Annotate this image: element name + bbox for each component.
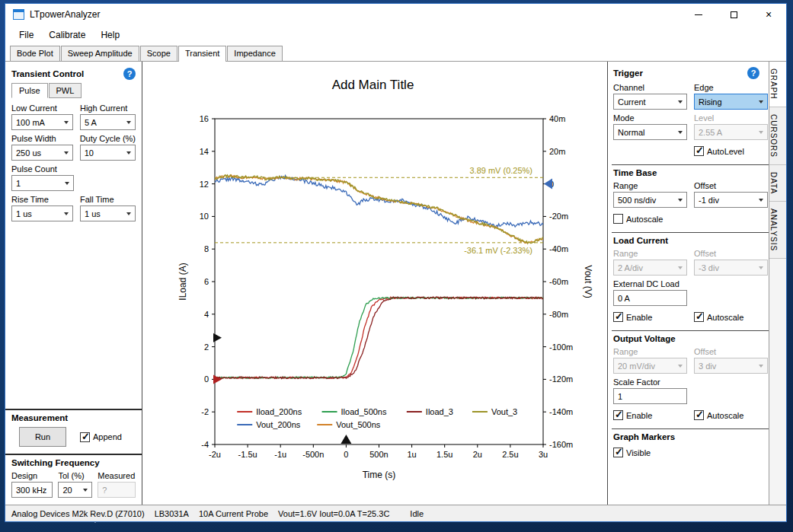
tab-bode-plot[interactable]: Bode Plot: [10, 46, 60, 61]
maximize-button[interactable]: [716, 4, 751, 25]
rise-time-select[interactable]: 1 us: [11, 205, 73, 221]
trigger-level-select: 2.55 A: [694, 124, 768, 140]
legend-label-Vout_500ns: Vout_500ns: [336, 420, 381, 429]
svg-text:-500n: -500n: [302, 450, 324, 459]
side-tab-graph[interactable]: GRAPH: [769, 62, 786, 107]
combo-value: 500 ns/div: [618, 196, 676, 205]
output-voltage-range-select: 20 mV/div: [613, 358, 687, 374]
output-voltage-autoscale-checkbox[interactable]: Autoscale: [694, 410, 743, 420]
checkbox-box: [694, 312, 704, 322]
svg-text:-2: -2: [201, 407, 209, 416]
svg-text:2: 2: [204, 342, 209, 352]
chevron-down-icon: [678, 365, 683, 368]
side-tab-data[interactable]: DATA: [769, 165, 786, 202]
svg-text:500n: 500n: [369, 450, 388, 459]
chevron-down-icon: [678, 100, 683, 104]
svg-text:16: 16: [200, 114, 209, 123]
visible-label: Visible: [626, 448, 651, 457]
trigger-channel-select[interactable]: Current: [613, 94, 687, 110]
combo-value: 20: [62, 486, 81, 495]
time-base-title: Time Base: [613, 168, 657, 177]
status-readings: Vout=1.6V Iout=0.0A T=25.3C: [278, 509, 389, 518]
combo-value: 250 us: [16, 148, 62, 158]
design-label: Design: [11, 471, 53, 480]
high-current-select[interactable]: 5 A: [80, 114, 136, 130]
autoscale-label: Autoscale: [707, 411, 743, 420]
load-current-autoscale-checkbox[interactable]: Autoscale: [694, 312, 743, 322]
side-tab-cursors[interactable]: CURSORS: [769, 107, 786, 165]
series-Iload_200ns: [215, 297, 543, 378]
time-base-autoscale-checkbox[interactable]: Autoscale: [613, 214, 663, 224]
trigger-mode-select[interactable]: Normal: [613, 124, 687, 140]
checkbox-box: [613, 214, 623, 224]
minimize-button[interactable]: [681, 4, 716, 25]
svg-text:-36.1 mV (-2.33%): -36.1 mV (-2.33%): [464, 246, 532, 255]
pulse-count-select[interactable]: 1: [11, 175, 74, 191]
help-icon[interactable]: ?: [123, 68, 136, 80]
scale-factor-input[interactable]: 1: [613, 388, 687, 404]
markers-visible-checkbox[interactable]: Visible: [613, 448, 651, 457]
svg-text:-100m: -100m: [549, 342, 573, 352]
chevron-down-icon: [126, 151, 131, 155]
help-icon[interactable]: ?: [747, 67, 759, 79]
external-dc-load-input[interactable]: 0 A: [613, 290, 687, 306]
svg-text:-120m: -120m: [549, 374, 573, 384]
svg-text:1.5u: 1.5u: [436, 450, 452, 459]
svg-text:1u: 1u: [407, 450, 416, 459]
chevron-down-icon: [65, 182, 69, 185]
checkbox-box: [80, 432, 90, 442]
waveform-chart[interactable]: Add Main Title-2u-1.5u-1u-500n0500n1u1.5…: [142, 62, 607, 505]
svg-text:4: 4: [204, 310, 209, 319]
offset-label: Offset: [694, 249, 768, 258]
combo-value: 20 mV/div: [618, 362, 676, 371]
svg-text:0: 0: [204, 374, 209, 384]
time-base-range-select[interactable]: 500 ns/div: [613, 192, 687, 208]
legend-label-Vout_200ns: Vout_200ns: [256, 420, 301, 429]
combo-value: -1 div: [699, 196, 756, 205]
tab-sweep-amplitude[interactable]: Sweep Amplitude: [61, 46, 139, 61]
close-icon: ×: [766, 9, 772, 20]
transient-control-panel: Transient Control ? Pulse PWL Low Curren…: [5, 62, 142, 505]
time-base-offset-select[interactable]: -1 div: [694, 192, 768, 208]
close-button[interactable]: ×: [751, 4, 786, 25]
svg-text:2u: 2u: [473, 450, 482, 459]
svg-text:6: 6: [204, 277, 209, 286]
checkbox-box: [613, 312, 623, 322]
autolevel-checkbox[interactable]: AutoLevel: [694, 146, 744, 156]
trigger-edge-select[interactable]: Rising: [694, 94, 768, 110]
tab-scope[interactable]: Scope: [140, 46, 177, 61]
legend-label-Iload_200ns: Iload_200ns: [256, 407, 302, 416]
status-probe: 10A Current Probe: [199, 509, 268, 518]
subtab-pwl[interactable]: PWL: [49, 83, 82, 98]
svg-text:-1.5u: -1.5u: [238, 450, 257, 459]
x-axis-title: Time (s): [363, 470, 396, 480]
low-current-select[interactable]: 100 mA: [11, 114, 73, 130]
pulse-width-select[interactable]: 250 us: [11, 145, 73, 161]
chevron-down-icon: [64, 212, 69, 215]
load-current-section: Load Current Range 2 A/div Offset -3 div: [612, 232, 769, 330]
trigger-level-marker: [213, 333, 222, 342]
output-voltage-enable-checkbox[interactable]: Enable: [613, 410, 652, 420]
chevron-down-icon: [126, 121, 131, 124]
tab-impedance[interactable]: Impedance: [227, 46, 282, 61]
svg-text:0: 0: [344, 450, 348, 459]
design-frequency-input[interactable]: 300 kHz: [11, 482, 53, 498]
duty-cycle-select[interactable]: 10: [80, 145, 136, 161]
tol-select[interactable]: 20: [58, 482, 92, 498]
menu-calibrate[interactable]: Calibrate: [41, 27, 93, 43]
offset-label: Offset: [694, 347, 768, 356]
menu-help[interactable]: Help: [93, 27, 127, 43]
edge-label: Edge: [694, 83, 768, 92]
side-tab-analysis[interactable]: ANALYSIS: [769, 202, 786, 259]
fall-time-select[interactable]: 1 us: [80, 205, 136, 221]
append-checkbox[interactable]: Append: [80, 432, 122, 442]
left-axis-title: ILoad (A): [177, 263, 188, 300]
chevron-down-icon: [126, 212, 131, 215]
load-current-enable-checkbox[interactable]: Enable: [613, 312, 652, 322]
autoscale-label: Autoscale: [707, 313, 743, 322]
tab-transient[interactable]: Transient: [178, 46, 226, 62]
subtab-pulse[interactable]: Pulse: [11, 83, 48, 98]
menu-file[interactable]: File: [11, 27, 41, 43]
run-button[interactable]: Run: [19, 427, 66, 447]
window-title: LTpowerAnalyzer: [30, 9, 100, 20]
